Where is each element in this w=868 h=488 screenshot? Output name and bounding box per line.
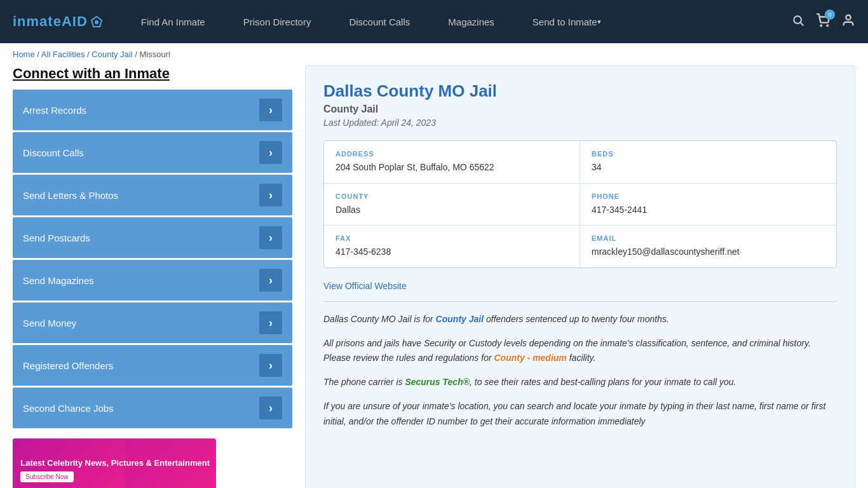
- beds-label: BEDS: [592, 150, 825, 158]
- phone-cell: PHONE 417-345-2441: [580, 184, 836, 226]
- sidebar: Connect with an Inmate Arrest Records › …: [13, 65, 292, 488]
- fax-label: FAX: [336, 234, 568, 242]
- facility-updated: Last Updated: April 24, 2023: [323, 118, 837, 128]
- fax-value: 417-345-6238: [336, 246, 568, 259]
- arrow-icon-7: ›: [259, 396, 282, 419]
- email-cell: EMAIL mrackley150@dallascountysheriff.ne…: [580, 226, 836, 268]
- desc-para-1: Dallas County MO Jail is for County Jail…: [323, 312, 837, 327]
- logo-text: inmateAID: [13, 13, 88, 30]
- arrow-icon-2: ›: [259, 184, 282, 207]
- sidebar-item-arrest-records[interactable]: Arrest Records ›: [13, 90, 292, 130]
- search-button[interactable]: [792, 14, 804, 30]
- address-label: ADDRESS: [336, 150, 568, 158]
- site-header: inmateAID Find An Inmate Prison Director…: [0, 0, 868, 43]
- phone-label: PHONE: [592, 193, 825, 200]
- sidebar-item-send-money[interactable]: Send Money ›: [13, 302, 292, 343]
- breadcrumb: Home / All Facilities / County Jail / Mi…: [0, 43, 868, 65]
- county-label: COUNTY: [336, 193, 568, 200]
- svg-point-6: [846, 15, 850, 19]
- sidebar-label-registered-offenders: Registered Offenders: [23, 360, 113, 371]
- county-jail-link[interactable]: County Jail: [436, 314, 484, 324]
- cart-button[interactable]: 0: [816, 13, 830, 30]
- content-panel: Dallas County MO Jail County Jail Last U…: [305, 65, 855, 488]
- securus-link[interactable]: Securus Tech®: [405, 377, 470, 387]
- breadcrumb-home[interactable]: Home: [13, 50, 35, 59]
- sidebar-item-send-postcards[interactable]: Send Postcards ›: [13, 217, 292, 258]
- desc-para-2: All prisons and jails have Security or C…: [323, 336, 837, 367]
- ad-subscribe-button[interactable]: Subscribe Now: [20, 471, 73, 482]
- user-icon: [841, 13, 855, 27]
- beds-value: 34: [592, 161, 825, 174]
- sidebar-label-send-money: Send Money: [23, 318, 76, 329]
- ad-content: Latest Celebrity News, Pictures & Entert…: [20, 458, 210, 482]
- logo[interactable]: inmateAID: [13, 13, 103, 30]
- sidebar-label-send-letters: Send Letters & Photos: [23, 190, 118, 201]
- ad-title: Latest Celebrity News, Pictures & Entert…: [20, 458, 210, 468]
- sidebar-label-send-magazines: Send Magazines: [23, 275, 94, 286]
- svg-point-5: [827, 25, 828, 26]
- desc-para-4: If you are unsure of your inmate’s locat…: [323, 399, 837, 430]
- county-medium-link[interactable]: County - medium: [494, 353, 566, 363]
- sidebar-label-send-postcards: Send Postcards: [23, 233, 90, 243]
- svg-point-1: [95, 20, 98, 24]
- nav-send-to-inmate[interactable]: Send to Inmate: [513, 0, 620, 43]
- facility-name: Dallas County MO Jail: [323, 81, 837, 101]
- sidebar-label-discount-calls: Discount Calls: [23, 147, 84, 158]
- nav-magazines[interactable]: Magazines: [429, 0, 513, 43]
- sidebar-item-send-magazines[interactable]: Send Magazines ›: [13, 260, 292, 301]
- user-button[interactable]: [841, 13, 855, 30]
- sidebar-label-second-chance: Second Chance Jobs: [23, 403, 114, 414]
- nav-discount-calls[interactable]: Discount Calls: [330, 0, 429, 43]
- facility-type: County Jail: [323, 104, 837, 115]
- sidebar-title: Connect with an Inmate: [13, 65, 292, 82]
- address-cell: ADDRESS 204 South Poplar St, Buffalo, MO…: [324, 141, 580, 184]
- logo-icon: [90, 15, 103, 28]
- address-value: 204 South Poplar St, Buffalo, MO 65622: [336, 161, 568, 174]
- facility-info-grid: ADDRESS 204 South Poplar St, Buffalo, MO…: [323, 140, 837, 268]
- cart-badge: 0: [825, 10, 835, 20]
- email-value: mrackley150@dallascountysheriff.net: [592, 246, 825, 259]
- sidebar-label-arrest-records: Arrest Records: [23, 105, 86, 116]
- svg-line-3: [801, 22, 804, 25]
- view-website-link[interactable]: View Official Website: [323, 281, 407, 291]
- county-value: Dallas: [336, 204, 568, 217]
- sidebar-item-discount-calls[interactable]: Discount Calls ›: [13, 132, 292, 173]
- sidebar-item-second-chance[interactable]: Second Chance Jobs ›: [13, 388, 292, 428]
- arrow-icon-3: ›: [259, 226, 282, 249]
- beds-cell: BEDS 34: [580, 141, 836, 184]
- ad-banner: Latest Celebrity News, Pictures & Entert…: [13, 438, 216, 488]
- svg-point-2: [794, 16, 801, 24]
- arrow-icon-4: ›: [259, 269, 282, 292]
- arrow-icon-6: ›: [259, 354, 282, 377]
- phone-value: 417-345-2441: [592, 204, 825, 217]
- nav-find-inmate[interactable]: Find An Inmate: [122, 0, 224, 43]
- sidebar-menu: Arrest Records › Discount Calls › Send L…: [13, 90, 292, 428]
- breadcrumb-county-jail[interactable]: County Jail: [92, 50, 132, 59]
- breadcrumb-state: Missouri: [139, 50, 170, 59]
- fax-cell: FAX 417-345-6238: [324, 226, 580, 268]
- sidebar-item-send-letters[interactable]: Send Letters & Photos ›: [13, 175, 292, 215]
- arrow-icon-0: ›: [259, 98, 282, 121]
- nav-prison-directory[interactable]: Prison Directory: [224, 0, 330, 43]
- county-cell: COUNTY Dallas: [324, 184, 580, 226]
- desc-para-3: The phone carrier is Securus Tech®, to s…: [323, 375, 837, 390]
- header-icons: 0: [792, 13, 855, 30]
- breadcrumb-all-facilities[interactable]: All Facilities: [41, 50, 85, 59]
- arrow-icon-1: ›: [259, 141, 282, 164]
- main-nav: Find An Inmate Prison Directory Discount…: [122, 0, 792, 43]
- search-icon: [792, 14, 804, 27]
- svg-point-4: [820, 25, 822, 26]
- email-label: EMAIL: [592, 234, 825, 242]
- main-content: Connect with an Inmate Arrest Records › …: [0, 65, 868, 488]
- sidebar-item-registered-offenders[interactable]: Registered Offenders ›: [13, 345, 292, 386]
- divider-1: [323, 301, 837, 302]
- arrow-icon-5: ›: [259, 311, 282, 334]
